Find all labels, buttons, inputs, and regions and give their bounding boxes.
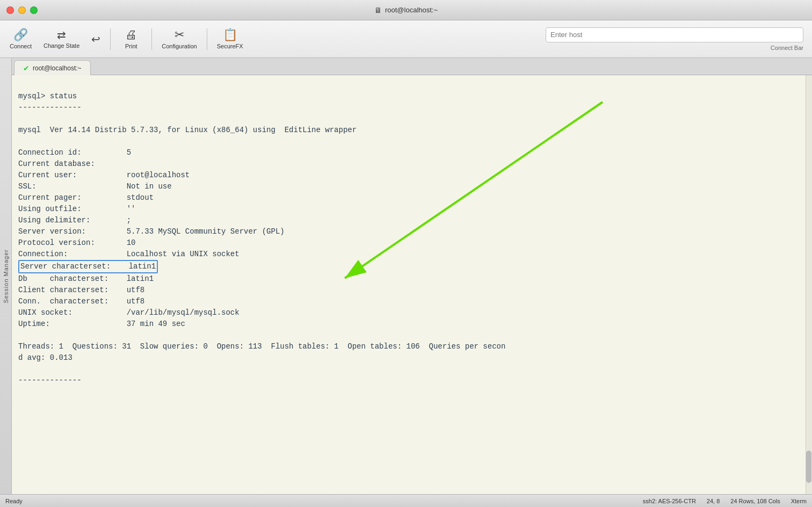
toolbar: 🔗 Connect ⇄ Change State ↩ 🖨 Print ✂ Con… [0, 20, 812, 58]
change-state-label: Change State [44, 42, 79, 49]
terminal-line-rest: Db characterset: latin1 Client character… [18, 274, 505, 385]
title-bar: 🖥 root@localhost:~ [0, 0, 812, 20]
status-encryption: ssh2: AES-256-CTR [643, 498, 696, 504]
close-button[interactable] [6, 6, 14, 14]
print-icon: 🖨 [125, 29, 137, 41]
separator-2 [151, 28, 152, 50]
connect-icon: 🔗 [13, 29, 28, 41]
connect-label: Connect [10, 43, 32, 49]
securefx-label: SecureFX [217, 43, 243, 49]
status-dimensions: 24 Rows, 108 Cols [730, 498, 780, 504]
terminal-window[interactable]: mysql> status -------------- mysql Ver 1… [12, 75, 812, 494]
session-manager-sidebar[interactable]: Session Manager [0, 58, 12, 494]
terminal-highlight-row: Server characterset: latin1 [18, 260, 158, 273]
main-area: Session Manager ✔ root@localhost:~ mysql… [0, 58, 812, 494]
securefx-button[interactable]: 📋 SecureFX [212, 26, 249, 53]
status-right: ssh2: AES-256-CTR 24, 8 24 Rows, 108 Col… [643, 498, 807, 504]
tab-root-localhost[interactable]: ✔ root@localhost:~ [14, 60, 91, 75]
configuration-button[interactable]: ✂ Configuration [156, 26, 202, 53]
connect-button[interactable]: 🔗 Connect [4, 26, 37, 53]
scrollbar-thumb[interactable] [806, 451, 811, 483]
session-manager-label: Session Manager [3, 249, 9, 303]
window-title: 🖥 root@localhost:~ [374, 6, 438, 15]
status-position: 24, 8 [707, 498, 720, 504]
status-terminal: Xterm [791, 498, 807, 504]
configuration-label: Configuration [162, 43, 197, 49]
print-button[interactable]: 🖨 Print [115, 26, 147, 53]
separator-1 [110, 28, 111, 50]
scrollbar[interactable] [806, 75, 812, 494]
content-area: ✔ root@localhost:~ mysql> status -------… [12, 58, 812, 494]
connect-bar: Connect Bar [546, 27, 803, 51]
tab-check-icon: ✔ [23, 64, 30, 73]
change-state-button[interactable]: ⇄ Change State [38, 26, 85, 52]
reconnect-button[interactable]: ↩ [86, 31, 106, 48]
terminal-line-0: mysql> status -------------- mysql Ver 1… [18, 92, 357, 258]
change-state-icon: ⇄ [57, 30, 66, 40]
configuration-icon: ✂ [175, 29, 184, 41]
window-controls [6, 6, 38, 14]
toolbar-group-main: 🔗 Connect ⇄ Change State ↩ 🖨 Print ✂ Con… [4, 26, 249, 53]
print-label: Print [125, 43, 137, 49]
reconnect-icon: ↩ [91, 34, 100, 45]
maximize-button[interactable] [30, 6, 38, 14]
status-ready: Ready [5, 498, 643, 504]
terminal-icon: 🖥 [374, 6, 382, 15]
terminal-content: mysql> status -------------- mysql Ver 1… [18, 79, 806, 397]
status-bar: Ready ssh2: AES-256-CTR 24, 8 24 Rows, 1… [0, 494, 812, 507]
tab-label: root@localhost:~ [33, 64, 82, 72]
securefx-icon: 📋 [223, 29, 237, 41]
host-input[interactable] [546, 27, 803, 42]
separator-3 [207, 28, 207, 50]
title-text: root@localhost:~ [385, 6, 438, 14]
tab-bar: ✔ root@localhost:~ [12, 58, 812, 75]
minimize-button[interactable] [18, 6, 26, 14]
connect-bar-label: Connect Bar [771, 45, 803, 51]
